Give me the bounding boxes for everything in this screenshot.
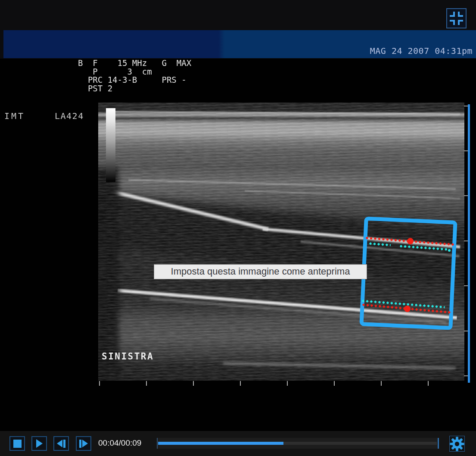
grayscale-bar [106,108,115,182]
scan-param-line: B F 15 MHz G MAX [78,59,191,68]
play-button[interactable] [31,436,47,451]
width-tick [428,381,429,386]
fullscreen-corner-icon [450,20,455,25]
depth-tick [464,285,468,286]
far-wall-marker-dot [404,306,411,312]
step-forward-bar-icon [79,440,81,448]
settings-button[interactable] [449,436,465,452]
depth-tick [464,375,468,376]
probe-label: LA424 [55,111,84,121]
width-tick [99,381,100,386]
scan-param-line: PRC 14-3-B PRS - [78,76,191,84]
near-wall-marker-dot [407,238,414,244]
app-window: MAG 24 2007 04:31pm 0:00:04.41 B F 15 MH… [0,0,476,456]
depth-tick [464,106,468,106]
player-bar: 00:04/00:09 [0,431,476,456]
scan-parameters: B F 15 MHz G MAX P 3 cm PRC 14-3-B PRS -… [78,59,191,93]
depth-tick [464,150,468,151]
stop-button[interactable] [9,436,25,451]
acquisition-datetime: MAG 24 2007 04:31pm [370,46,473,56]
step-backward-icon [57,440,62,447]
fullscreen-corner-icon [458,12,463,17]
depth-tick [464,240,468,241]
width-tick [287,381,288,386]
tooltip-text: Imposta questa immagine come anteprima [171,266,350,277]
progress-bar[interactable] [157,438,438,449]
time-display: 00:04/00:09 [98,438,141,448]
tooltip-set-preview: Imposta questa immagine come anteprima [154,264,367,279]
mode-label: IMT [4,111,25,121]
width-tick [146,381,147,386]
depth-tick [464,331,468,331]
depth-tick [464,195,468,196]
progress-end-tick [438,438,439,449]
fullscreen-button[interactable] [446,8,467,28]
fullscreen-corner-icon [450,12,455,17]
depth-scale-line [468,104,470,383]
fullscreen-corner-icon [458,20,463,25]
gear-icon [450,437,464,451]
width-tick [334,381,335,386]
side-label: SINISTRA [102,351,154,362]
width-tick [381,381,382,386]
step-forward-button[interactable] [76,436,91,451]
top-bar [0,0,476,30]
step-backward-bar-icon [63,440,65,448]
play-icon [36,439,43,448]
progress-fill [158,442,283,445]
progress-start-tick [157,438,158,449]
stop-icon [13,440,22,448]
near-wall-stray-dot [448,249,451,252]
width-tick [240,381,241,386]
width-tick [193,381,194,386]
scan-param-line: PST 2 [78,84,191,93]
step-forward-icon [82,440,88,447]
step-backward-button[interactable] [53,436,69,451]
